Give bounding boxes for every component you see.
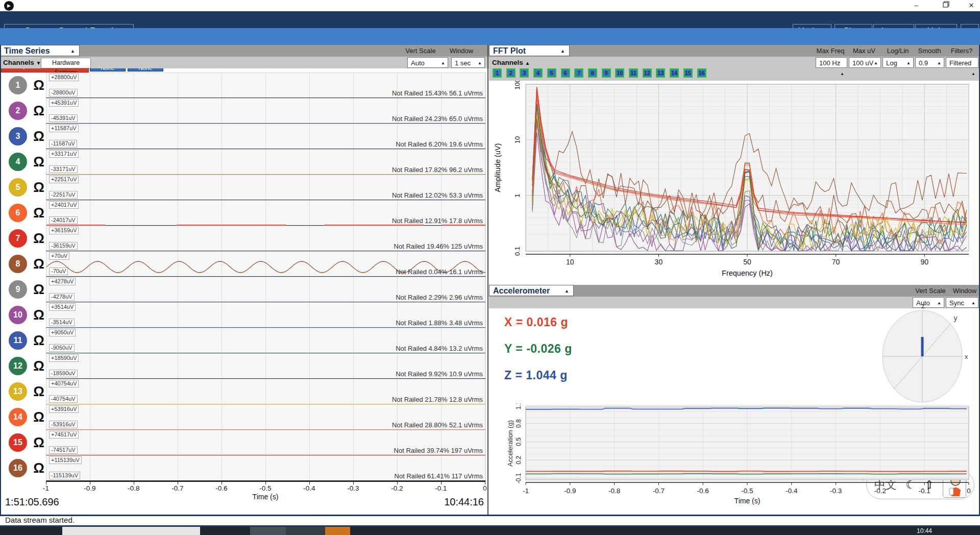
svg-text:-0.2: -0.2	[874, 487, 886, 495]
channel-15-impedance-button[interactable]: Ω	[31, 434, 47, 451]
channel-16-impedance-button[interactable]: Ω	[31, 459, 47, 477]
ts-tick-label: -0.1	[430, 484, 452, 492]
channel-13-impedance-button[interactable]: Ω	[31, 383, 47, 400]
ts-tick-label: -0.5	[254, 484, 277, 492]
vmin-label: -74517uV	[49, 446, 78, 454]
channel-8-impedance-button[interactable]: Ω	[31, 255, 47, 273]
vmax-label: +115139uV	[49, 456, 82, 464]
channel-1-impedance-button[interactable]: Ω	[31, 77, 47, 94]
minimize-button[interactable]: –	[908, 0, 925, 11]
fft-smooth-select[interactable]: 0.9▲	[915, 57, 944, 68]
channel-2-impedance-button[interactable]: Ω	[31, 102, 47, 119]
fft-channel-16-button[interactable]: 16	[697, 68, 706, 78]
channel-5-impedance-button[interactable]: Ω	[31, 179, 47, 196]
channel-4-impedance-button[interactable]: Ω	[31, 153, 47, 171]
fft-channel-14-button[interactable]: 14	[670, 68, 679, 78]
fft-channel-10-button[interactable]: 10	[615, 68, 624, 78]
channel-10-toggle[interactable]: 10	[9, 306, 27, 324]
status-message: Data stream started.	[5, 515, 75, 525]
channel-6-impedance-button[interactable]: Ω	[31, 204, 47, 222]
channel-16-toggle[interactable]: 16	[9, 459, 27, 477]
taskbar-window-preview[interactable]	[62, 527, 200, 535]
fft-channel-8-button[interactable]: 8	[588, 68, 597, 78]
channel-12-impedance-button[interactable]: Ω	[31, 357, 47, 375]
fft-filters-select[interactable]: Filtered▲	[946, 57, 978, 68]
accelerometer-widget-dropdown[interactable]: Accelerometer ▲	[489, 285, 574, 296]
fft-channel-4-button[interactable]: 4	[533, 68, 543, 78]
channel-14-toggle[interactable]: 14	[9, 408, 27, 426]
channel-7-impedance-button[interactable]: Ω	[31, 230, 47, 247]
vmin-label: -53916uV	[49, 421, 78, 428]
left-edge-border	[0, 45, 1, 515]
svg-text:-1: -1	[523, 487, 529, 495]
svg-text:-0.3: -0.3	[830, 487, 842, 495]
fft-widget-dropdown[interactable]: FFT Plot ▲	[489, 45, 570, 56]
channel-8-trace-plot: +70uV-70uVNot Railed 0.04% 16.1 uVrms	[46, 251, 486, 277]
hardware-settings-button[interactable]: Hardware Settings	[41, 58, 91, 68]
channel-14-impedance-button[interactable]: Ω	[31, 408, 47, 426]
channel-9-toggle[interactable]: 9	[9, 280, 27, 299]
channel-3-toggle[interactable]: 3	[9, 127, 27, 145]
channel-6-toggle[interactable]: 6	[9, 204, 27, 222]
fft-smooth-label: Smooth	[915, 45, 944, 57]
accel-window-label: Window	[950, 285, 979, 297]
ts-vert-scale-select[interactable]: Auto ▲	[407, 57, 448, 68]
vmax-label: +4278uV	[49, 278, 76, 285]
vmin-label: -24017uV	[49, 216, 78, 224]
vmin-label: -3514uV	[49, 319, 75, 326]
accel-ylabel: Acceleration (g)	[506, 420, 514, 467]
taskbar-item[interactable]	[325, 527, 350, 535]
channel-13-toggle[interactable]: 13	[9, 382, 27, 401]
channel-9-impedance-button[interactable]: Ω	[31, 281, 47, 298]
restore-button[interactable]	[936, 0, 953, 11]
fft-channel-12-button[interactable]: 12	[643, 68, 652, 78]
channel-4-toggle[interactable]: 4	[9, 153, 27, 171]
channel-12-toggle[interactable]: 12	[9, 357, 27, 375]
channel-1-toggle[interactable]: 1	[9, 76, 27, 94]
channel-7-toggle[interactable]: 7	[9, 229, 27, 248]
taskbar-item[interactable]	[286, 527, 325, 535]
fft-channels-label: Channels	[492, 59, 523, 66]
vmax-label: +18590uV	[49, 354, 79, 362]
channel-3-impedance-button[interactable]: Ω	[31, 128, 47, 145]
fft-maxuv-select[interactable]: 100 uV▲	[849, 57, 881, 68]
channel-5-toggle[interactable]: 5	[9, 178, 27, 197]
channel-11-impedance-button[interactable]: Ω	[31, 332, 47, 349]
vmin-label: -36159uV	[49, 242, 78, 250]
vmax-label: +22517uV	[49, 176, 79, 183]
channel-2-toggle[interactable]: 2	[9, 102, 27, 120]
ts-xlabel: Time (s)	[245, 493, 286, 501]
status-bar	[0, 515, 980, 527]
fft-channel-3-button[interactable]: 3	[520, 68, 529, 78]
channel-11-toggle[interactable]: 11	[9, 331, 27, 350]
accel-y-readout: Y = -0.026 g	[504, 342, 572, 356]
railed-status: Not Railed 24.23% 65.0 uVrms	[392, 115, 483, 123]
channel-6-trace-plot: +24017uV-24017uVNot Railed 12.91% 17.8 u…	[46, 200, 486, 226]
fft-channel-2-button[interactable]: 2	[506, 68, 516, 78]
channel-8-toggle[interactable]: 8	[9, 255, 27, 273]
railed-status: Not Railed 12.02% 53.3 uVrms	[392, 191, 483, 199]
fft-filters-value: Filtered	[949, 59, 971, 67]
fft-channel-13-button[interactable]: 13	[656, 68, 665, 78]
channel-15-toggle[interactable]: 15	[9, 433, 27, 452]
os-taskbar[interactable]: 10:44	[0, 527, 980, 535]
fft-loglin-select[interactable]: Log▲	[883, 57, 914, 68]
fft-channel-6-button[interactable]: 6	[561, 68, 570, 78]
time-series-channel-row: 13Ω+40754uV-40754uVNot Railed 21.78% 12.…	[0, 379, 488, 404]
ts-channels-dropdown[interactable]: Channels ▼	[3, 57, 41, 69]
close-button[interactable]: ✕	[963, 0, 980, 11]
ts-window-select[interactable]: 1 sec ▲	[451, 57, 485, 68]
fft-channels-dropdown[interactable]: Channels ▲	[492, 57, 530, 69]
fft-channel-5-button[interactable]: 5	[547, 68, 556, 78]
fft-channel-11-button[interactable]: 11	[629, 68, 638, 78]
channel-10-impedance-button[interactable]: Ω	[31, 306, 47, 324]
vmax-label: +40754uV	[49, 380, 79, 387]
fft-maxfreq-select[interactable]: 100 Hz▲	[816, 57, 847, 68]
time-series-widget-dropdown[interactable]: Time Series ▲	[0, 45, 80, 56]
taskbar-item[interactable]	[250, 527, 286, 535]
collapse-up-icon: ▲	[560, 45, 565, 57]
fft-channel-9-button[interactable]: 9	[602, 68, 611, 78]
fft-channel-1-button[interactable]: 1	[493, 68, 502, 78]
fft-channel-15-button[interactable]: 15	[683, 68, 693, 78]
fft-channel-7-button[interactable]: 7	[574, 68, 583, 78]
